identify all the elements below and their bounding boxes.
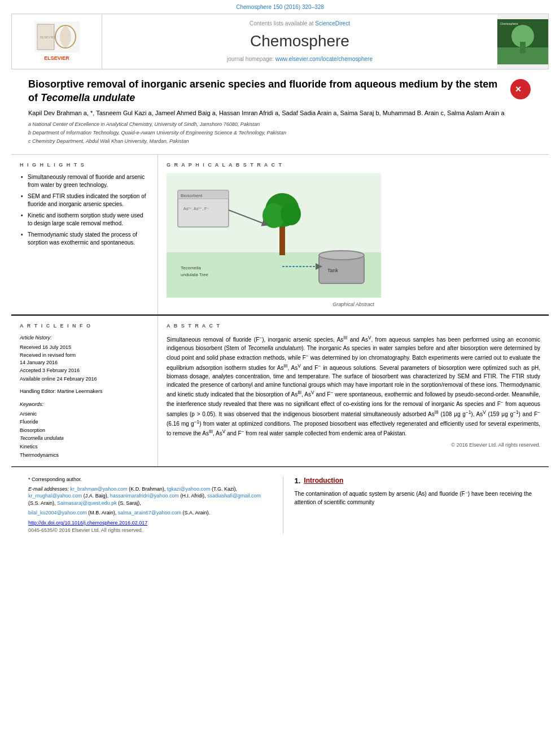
email-saimasaraj[interactable]: Saimasaraj@quest.edu.pk bbox=[57, 500, 117, 506]
article-info-abstract-section: A R T I C L E I N F O Article history: R… bbox=[11, 316, 549, 467]
graphical-abstract-caption: Graphical Abstract bbox=[167, 301, 540, 308]
journal-homepage: journal homepage: www.elsevier.com/locat… bbox=[227, 55, 373, 63]
sciencedirect-anchor[interactable]: ScienceDirect bbox=[315, 20, 350, 27]
corresponding-note: * Corresponding author. bbox=[28, 476, 266, 483]
email-bilal[interactable]: bilal_ku2004@yahoo.com bbox=[28, 510, 87, 516]
affiliations: a National Center of Excellence in Analy… bbox=[28, 121, 532, 145]
article-title-section: Biosorptive removal of inorganic arsenic… bbox=[11, 69, 549, 155]
email-salma[interactable]: salma_arain67@yahoo.com bbox=[118, 510, 181, 516]
abstract-column: A B S T R A C T Simultaneous removal of … bbox=[158, 316, 549, 466]
keyword-tecomella: Tecomella undulata bbox=[20, 435, 149, 442]
graphical-abstract-header: G R A P H I C A L A B S T R A C T bbox=[167, 161, 540, 169]
journal-info-center: Contents lists available at ScienceDirec… bbox=[102, 14, 497, 69]
article-info-column: A R T I C L E I N F O Article history: R… bbox=[11, 316, 158, 466]
doi-line: http://dx.doi.org/10.1016/j.chemosphere.… bbox=[28, 519, 266, 527]
keyword-arsenic: Arsenic bbox=[20, 410, 149, 418]
article-title: Biosorptive removal of inorganic arsenic… bbox=[28, 78, 509, 104]
revised-date: Received in revised form 14 January 2016 bbox=[20, 352, 149, 366]
footer-section: * Corresponding author. E-mail addresses… bbox=[11, 467, 549, 539]
journal-cover-image: Chemosphere bbox=[497, 14, 548, 69]
email-kazi[interactable]: tgkazi@yahoo.com bbox=[167, 486, 211, 492]
keywords-title: Keywords: bbox=[20, 401, 149, 408]
highlight-item-3: Kinetic and isotherm sorption study were… bbox=[20, 212, 149, 228]
authors-line: Kapil Dev Brahman a, *, Tasneem Gul Kazi… bbox=[28, 109, 532, 117]
highlight-item-1: Simultaneously removal of fluoride and a… bbox=[20, 173, 149, 189]
journal-url[interactable]: www.elsevier.com/locate/chemosphere bbox=[275, 56, 373, 62]
introduction-area: 1. Introduction The contamination of aqu… bbox=[283, 476, 532, 534]
issn-line: 0045-6535/© 2016 Elsevier Ltd. All right… bbox=[28, 527, 266, 534]
highlights-column: H I G H L I G H T S Simultaneously remov… bbox=[11, 155, 158, 314]
article-history: Article history: Received 16 July 2015 R… bbox=[20, 334, 149, 383]
keywords-section: Keywords: Arsenic Fluoride Biosorption T… bbox=[20, 401, 149, 458]
svg-text:Biosorbent: Biosorbent bbox=[181, 193, 203, 198]
authors-full-text: Kapil Dev Brahman a, *, Tasneem Gul Kazi… bbox=[28, 110, 505, 116]
svg-text:ELSEVIER: ELSEVIER bbox=[40, 36, 56, 39]
journal-citation: Chemosphere 150 (2016) 320–328 bbox=[236, 4, 324, 10]
highlight-item-4: Thermodynamic study stated the process o… bbox=[20, 231, 149, 247]
keyword-biosorption: Biosorption bbox=[20, 427, 149, 434]
svg-text:As³⁺, As⁵⁺, F⁻: As³⁺, As⁵⁺, F⁻ bbox=[183, 207, 209, 211]
article-info-header: A R T I C L E I N F O bbox=[20, 322, 149, 330]
highlights-graphical-section: H I G H L I G H T S Simultaneously remov… bbox=[11, 155, 549, 316]
article-title-italic: Tecomella undulate bbox=[41, 92, 135, 103]
sciencedirect-link: Contents lists available at ScienceDirec… bbox=[250, 20, 350, 28]
elsevier-text: ELSEVIER bbox=[44, 55, 69, 62]
affiliation-a: a National Center of Excellence in Analy… bbox=[28, 121, 532, 128]
svg-text:Chemosphere: Chemosphere bbox=[500, 22, 518, 25]
email-hassanim[interactable]: hassanimarafridri@yahoo.com bbox=[110, 493, 179, 499]
email-brahman[interactable]: kr_brahman@yahoo.com bbox=[71, 486, 128, 492]
email-ssadiashafi[interactable]: ssadiashafi@gmail.com bbox=[207, 493, 261, 499]
intro-title: Introduction bbox=[304, 476, 343, 486]
svg-text:undulata Tree: undulata Tree bbox=[181, 272, 208, 277]
journal-citation-bar: Chemosphere 150 (2016) 320–328 bbox=[0, 0, 560, 14]
graphical-abstract-image: Tank Biosorbent As³⁺, As⁵⁺, F⁻ bbox=[167, 173, 381, 298]
keyword-thermodynamics: Thermodynamics bbox=[20, 452, 149, 459]
journal-header: ELSEVIER ELSEVIER Contents lists availab… bbox=[11, 14, 549, 69]
handling-editor: Handling Editor: Martine Leermakers bbox=[20, 388, 149, 395]
email-line1: E-mail addresses: kr_brahman@yahoo.com (… bbox=[28, 486, 266, 507]
intro-body: The contamination of aquatic system by a… bbox=[295, 490, 532, 506]
publisher-logo-area: ELSEVIER ELSEVIER bbox=[12, 14, 102, 69]
highlight-item-2: SEM and FTIR studies indicated the sorpt… bbox=[20, 193, 149, 208]
history-title: Article history: bbox=[20, 334, 149, 342]
svg-point-14 bbox=[319, 251, 364, 260]
cover-thumbnail: Chemosphere bbox=[497, 19, 548, 64]
elsevier-logo-icon: ELSEVIER bbox=[34, 21, 80, 53]
svg-text:Tank: Tank bbox=[327, 268, 339, 273]
available-date: Available online 24 February 2016 bbox=[20, 375, 149, 383]
affiliation-b: b Department of Information Technology, … bbox=[28, 129, 532, 137]
svg-text:✕: ✕ bbox=[515, 85, 522, 94]
highlights-header: H I G H L I G H T S bbox=[20, 161, 149, 169]
intro-number: 1. bbox=[295, 476, 301, 486]
crossmark-icon: ✕ bbox=[509, 78, 532, 103]
email-mughal[interactable]: kr_mughal@yahoo.com bbox=[28, 493, 82, 499]
copyright-text: © 2016 Elsevier Ltd. All rights reserved… bbox=[167, 442, 540, 449]
footnotes-area: * Corresponding author. E-mail addresses… bbox=[28, 476, 266, 534]
svg-point-19 bbox=[281, 203, 301, 225]
svg-text:Tecomella: Tecomella bbox=[181, 265, 202, 270]
abstract-header: A B S T R A C T bbox=[167, 322, 540, 330]
affiliation-c: c Chemistry Department, Abdul Wali Khan … bbox=[28, 138, 532, 145]
received-date: Received 16 July 2015 bbox=[20, 344, 149, 351]
keyword-fluoride: Fluoride bbox=[20, 418, 149, 426]
email-line2: bilal_ku2004@yahoo.com (M.B. Arain), sal… bbox=[28, 509, 266, 517]
svg-rect-7 bbox=[520, 42, 526, 53]
accepted-date: Accepted 3 February 2016 bbox=[20, 367, 149, 374]
highlights-list: Simultaneously removal of fluoride and a… bbox=[20, 173, 149, 247]
doi-link[interactable]: http://dx.doi.org/10.1016/j.chemosphere.… bbox=[28, 520, 147, 526]
page: Chemosphere 150 (2016) 320–328 ELSEVIER … bbox=[0, 0, 560, 747]
abstract-text: Simultaneous removal of fluoride (F−), i… bbox=[167, 334, 540, 438]
keyword-kinetics: Kinetics bbox=[20, 443, 149, 451]
journal-title: Chemosphere bbox=[250, 30, 349, 52]
graphical-abstract-column: G R A P H I C A L A B S T R A C T Tank bbox=[158, 155, 549, 314]
revised-date-text: 14 January 2016 bbox=[20, 360, 58, 365]
